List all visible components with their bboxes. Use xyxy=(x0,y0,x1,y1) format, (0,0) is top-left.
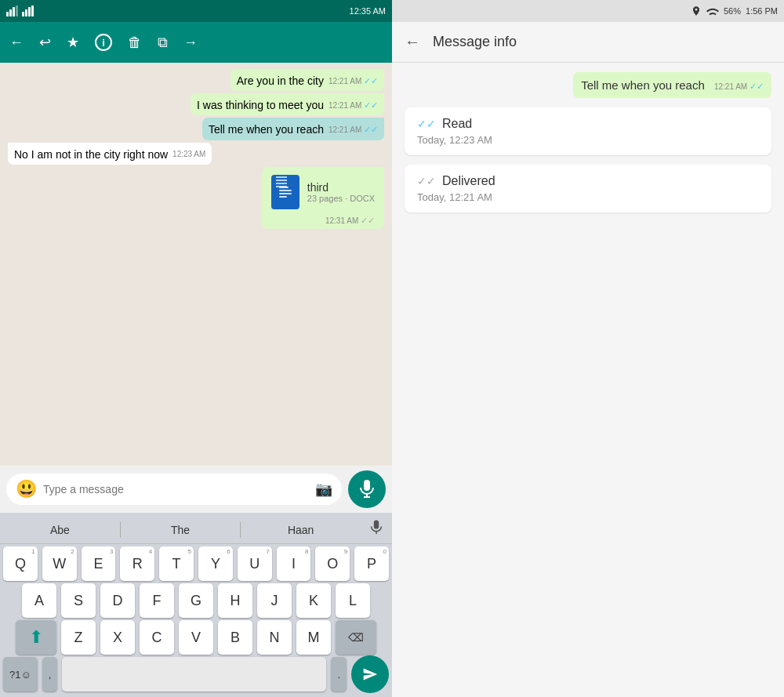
key-A[interactable]: A xyxy=(22,583,56,618)
suggestion-2[interactable]: The xyxy=(121,524,241,536)
signal-icon-2 xyxy=(22,5,34,16)
emoji-icon[interactable]: 😃 xyxy=(16,479,37,499)
svg-rect-0 xyxy=(6,12,9,16)
key-I[interactable]: 8I xyxy=(277,546,311,581)
key-F[interactable]: F xyxy=(140,583,174,618)
keyboard-row-1: 1Q 2W 3E 4R 5T 6Y 7U 8I 9O 0P xyxy=(3,546,389,581)
key-Y[interactable]: 6Y xyxy=(198,546,233,581)
back-button[interactable]: ← xyxy=(9,34,24,51)
status-bar-right: 56% 1:56 PM xyxy=(392,0,784,22)
svg-rect-11 xyxy=(279,193,292,194)
key-L[interactable]: L xyxy=(336,583,370,618)
read-ticks: ✓✓ xyxy=(417,118,436,130)
camera-icon[interactable]: 📷 xyxy=(315,481,332,498)
key-J[interactable]: J xyxy=(257,583,292,618)
forward-icon[interactable]: → xyxy=(183,34,198,51)
key-G[interactable]: G xyxy=(179,583,213,618)
reply-icon[interactable]: ↩ xyxy=(39,34,51,51)
signal-icon xyxy=(6,5,19,16)
star-icon[interactable]: ★ xyxy=(67,34,79,51)
suggestion-1[interactable]: Abe xyxy=(0,524,120,536)
status-bar: 12:35 AM 56% 1:56 PM xyxy=(0,0,784,22)
key-W[interactable]: 2W xyxy=(42,546,77,581)
svg-rect-4 xyxy=(22,12,24,16)
message-1[interactable]: Are you in the city 12:21 AM ✓✓ xyxy=(230,69,384,91)
doc-footer: 12:31 AM ✓✓ xyxy=(271,214,375,226)
key-D[interactable]: D xyxy=(100,583,135,618)
wifi-icon xyxy=(706,6,719,16)
delivered-header: ✓✓ Delivered xyxy=(417,174,759,188)
svg-rect-5 xyxy=(25,9,27,16)
key-V[interactable]: V xyxy=(179,620,213,655)
key-Q[interactable]: 1Q xyxy=(3,546,38,581)
ticks: ✓✓ xyxy=(364,76,378,85)
svg-rect-6 xyxy=(28,7,31,16)
main-container: ← ↩ ★ i 🗑 ⧉ → Are you in the city 12:21 … xyxy=(0,22,784,697)
message-4[interactable]: No I am not in the city right now 12:23 … xyxy=(8,143,212,165)
keyboard-row-2: A S D F G H J K L xyxy=(3,583,389,618)
read-header: ✓✓ Read xyxy=(417,117,759,131)
svg-rect-1 xyxy=(9,9,12,16)
message-2[interactable]: I was thinking to meet you 12:21 AM ✓✓ xyxy=(191,93,384,115)
key-R[interactable]: 4R xyxy=(120,546,154,581)
sym-key[interactable]: ?1☺ xyxy=(3,657,38,692)
preview-text: Tell me when you reach xyxy=(581,78,705,92)
key-S[interactable]: S xyxy=(61,583,96,618)
docx-icon xyxy=(276,180,295,204)
delivered-label: Delivered xyxy=(442,174,495,188)
suggestion-3[interactable]: Haan xyxy=(241,524,361,536)
left-time: 12:35 AM xyxy=(350,6,386,16)
chat-input-box[interactable]: 😃 📷 xyxy=(6,474,342,505)
info-icon[interactable]: i xyxy=(95,34,112,51)
message-3[interactable]: Tell me when you reach 12:21 AM ✓✓ xyxy=(202,118,384,140)
alarm-icon xyxy=(691,5,702,16)
send-key[interactable] xyxy=(351,655,389,693)
key-P[interactable]: 0P xyxy=(354,546,389,581)
ticks: ✓✓ xyxy=(364,125,378,134)
preview-ticks: ✓✓ xyxy=(750,82,764,91)
key-B[interactable]: B xyxy=(218,620,252,655)
period-key[interactable]: . xyxy=(331,657,347,692)
preview-time: 12:21 AM ✓✓ xyxy=(714,82,764,91)
svg-rect-13 xyxy=(364,480,370,491)
comma-key[interactable]: , xyxy=(42,657,58,692)
delete-icon[interactable]: 🗑 xyxy=(128,34,142,51)
svg-rect-7 xyxy=(31,5,34,16)
keyboard-row-4: ?1☺ , . xyxy=(3,657,389,692)
shift-key[interactable]: ⬆ xyxy=(16,620,56,655)
message-time: 12:21 AM ✓✓ xyxy=(328,124,378,135)
key-K[interactable]: K xyxy=(296,583,331,618)
key-C[interactable]: C xyxy=(140,620,174,655)
svg-rect-3 xyxy=(16,5,18,16)
info-back-button[interactable]: ← xyxy=(405,33,420,51)
status-bar-left: 12:35 AM xyxy=(0,0,392,22)
key-N[interactable]: N xyxy=(257,620,292,655)
key-O[interactable]: 9O xyxy=(315,546,350,581)
message-5-doc[interactable]: third 23 pages · DOCX 12:31 AM ✓✓ xyxy=(262,167,384,229)
chat-toolbar: ← ↩ ★ i 🗑 ⧉ → xyxy=(0,22,392,63)
mic-keyboard-icon xyxy=(370,520,383,535)
keyboard: Abe The Haan 1Q 2W 3E 4R xyxy=(0,513,392,697)
read-label: Read xyxy=(442,117,472,131)
key-Z[interactable]: Z xyxy=(61,620,96,655)
key-U[interactable]: 7U xyxy=(238,546,272,581)
keyboard-mic-icon[interactable] xyxy=(361,520,392,539)
message-input[interactable] xyxy=(43,483,309,496)
mic-icon xyxy=(359,480,375,499)
keyboard-row-3: ⬆ Z X C V B N M ⌫ xyxy=(3,620,389,655)
ticks: ✓✓ xyxy=(361,216,375,225)
send-icon xyxy=(362,666,378,682)
delivered-time: Today, 12:21 AM xyxy=(417,191,759,203)
key-X[interactable]: X xyxy=(100,620,135,655)
key-T[interactable]: 5T xyxy=(159,546,194,581)
backspace-key[interactable]: ⌫ xyxy=(336,620,376,655)
keyboard-suggestions: Abe The Haan xyxy=(0,516,392,544)
copy-icon[interactable]: ⧉ xyxy=(158,34,168,51)
key-E[interactable]: 3E xyxy=(82,546,116,581)
space-key[interactable] xyxy=(62,657,326,692)
doc-content: third 23 pages · DOCX xyxy=(271,175,375,209)
key-H[interactable]: H xyxy=(218,583,252,618)
info-panel: ← Message info Tell me when you reach 12… xyxy=(392,22,784,697)
key-M[interactable]: M xyxy=(296,620,331,655)
mic-button[interactable] xyxy=(348,470,386,508)
